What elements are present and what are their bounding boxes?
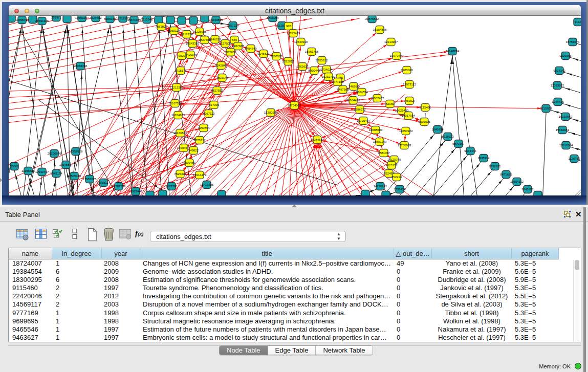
svg-text:20206576: 20206576: [48, 152, 61, 155]
svg-text:2718176: 2718176: [175, 69, 187, 72]
svg-text:35001: 35001: [10, 165, 19, 168]
svg-text:27691406: 27691406: [35, 19, 49, 23]
svg-text:6966160: 6966160: [104, 17, 116, 20]
svg-text:9146821: 9146821: [257, 52, 270, 55]
svg-text:10958117: 10958117: [97, 181, 111, 184]
svg-text:906: 906: [286, 25, 292, 28]
svg-text:3215958: 3215958: [540, 107, 552, 110]
svg-text:17016504: 17016504: [559, 144, 573, 147]
svg-text:18724007: 18724007: [288, 104, 301, 107]
svg-text:10543382: 10543382: [186, 42, 200, 45]
svg-text:1112: 1112: [575, 20, 581, 24]
svg-text:7515546: 7515546: [141, 18, 153, 21]
svg-text:9463627: 9463627: [403, 99, 416, 102]
svg-text:549822: 549822: [188, 149, 199, 152]
svg-text:16033809: 16033809: [209, 18, 223, 21]
svg-text:10973493: 10973493: [390, 54, 404, 57]
svg-text:9777169: 9777169: [332, 80, 344, 83]
svg-text:9115460: 9115460: [420, 106, 432, 109]
svg-text:1733426: 1733426: [394, 188, 406, 191]
svg-text:9245652: 9245652: [521, 188, 534, 191]
svg-text:9127508: 9127508: [219, 42, 231, 45]
svg-text:9227342: 9227342: [553, 69, 565, 72]
svg-text:17756928: 17756928: [398, 144, 411, 147]
svg-text:1126753: 1126753: [569, 157, 581, 160]
svg-text:16154808: 16154808: [373, 28, 387, 31]
svg-text:917006: 917006: [209, 103, 220, 106]
svg-text:28053346: 28053346: [74, 64, 88, 68]
svg-text:1640954: 1640954: [431, 128, 444, 131]
svg-text:9827552: 9827552: [211, 89, 223, 92]
svg-text:16782759: 16782759: [112, 185, 126, 188]
svg-text:8912954: 8912954: [181, 33, 193, 36]
svg-text:8990448: 8990448: [308, 69, 320, 72]
svg-text:9474444: 9474444: [464, 149, 476, 152]
svg-text:7955812: 7955812: [316, 59, 328, 62]
svg-text:252214: 252214: [391, 176, 402, 179]
svg-text:5322013: 5322013: [282, 60, 294, 63]
svg-text:13325419: 13325419: [287, 32, 300, 35]
svg-text:16914479: 16914479: [193, 173, 207, 177]
svg-text:62160: 62160: [386, 102, 395, 105]
svg-text:10653267: 10653267: [75, 16, 89, 19]
svg-text:15716485: 15716485: [200, 183, 214, 186]
svg-text:14957984: 14957984: [402, 114, 416, 117]
svg-text:15300203: 15300203: [264, 111, 278, 114]
svg-text:13226058: 13226058: [193, 30, 207, 33]
svg-text:9884067: 9884067: [378, 151, 390, 155]
svg-text:546: 546: [232, 38, 237, 41]
svg-text:16210722: 16210722: [322, 75, 336, 78]
svg-text:8471626: 8471626: [500, 173, 512, 176]
svg-text:7986372: 7986372: [354, 108, 366, 111]
svg-text:9920: 9920: [178, 54, 185, 57]
svg-text:16210643: 16210643: [559, 115, 573, 118]
svg-text:12973115: 12973115: [403, 83, 417, 86]
svg-text:1615172: 1615172: [385, 164, 398, 167]
svg-text:12213369: 12213369: [170, 86, 184, 89]
svg-text:19384554: 19384554: [311, 138, 324, 141]
svg-text:9657791: 9657791: [165, 185, 178, 188]
svg-text:16671385: 16671385: [127, 18, 141, 21]
svg-text:20364436: 20364436: [346, 99, 360, 102]
svg-text:2935114: 2935114: [478, 157, 490, 160]
svg-text:17957225: 17957225: [83, 178, 97, 181]
svg-text:8960124: 8960124: [168, 29, 180, 32]
svg-text:12942737: 12942737: [35, 170, 49, 173]
svg-text:17359928: 17359928: [69, 150, 83, 153]
svg-text:9329966: 9329966: [559, 54, 572, 57]
svg-text:1527602: 1527602: [90, 16, 102, 19]
svg-text:8454749: 8454749: [245, 47, 257, 50]
svg-text:12213967: 12213967: [384, 40, 398, 43]
svg-text:12923448: 12923448: [129, 190, 143, 193]
svg-text:16648784: 16648784: [446, 50, 460, 53]
svg-text:7663822: 7663822: [155, 25, 167, 28]
svg-text:5875685: 5875685: [224, 51, 236, 54]
svg-text:1345134: 1345134: [50, 172, 62, 175]
svg-text:2367608: 2367608: [232, 45, 244, 48]
svg-text:1353594: 1353594: [198, 126, 210, 129]
svg-text:7632621: 7632621: [489, 165, 501, 168]
svg-text:3878312: 3878312: [193, 139, 206, 142]
svg-text:8813054: 8813054: [267, 16, 279, 19]
svg-text:1244415: 1244415: [552, 100, 564, 103]
svg-text:9734024: 9734024: [320, 68, 333, 71]
svg-text:8938923: 8938923: [442, 135, 454, 138]
svg-text:15692951: 15692951: [556, 128, 570, 132]
svg-text:14055714: 14055714: [15, 18, 29, 21]
svg-text:10654112: 10654112: [510, 180, 524, 183]
svg-text:7857224: 7857224: [227, 24, 239, 27]
svg-text:12093832: 12093832: [551, 84, 564, 87]
svg-text:11156829: 11156829: [21, 169, 35, 172]
svg-text:20876812: 20876812: [365, 17, 379, 20]
svg-text:16961758: 16961758: [305, 50, 319, 53]
svg-text:19166822: 19166822: [173, 132, 187, 135]
svg-text:1362615: 1362615: [296, 65, 309, 68]
svg-text:9699695: 9699695: [418, 120, 430, 123]
svg-text:15720407: 15720407: [357, 119, 371, 122]
svg-text:10688609: 10688609: [369, 128, 383, 132]
svg-text:9242848: 9242848: [215, 64, 227, 67]
svg-text:746266: 746266: [349, 85, 359, 88]
svg-text:14136141: 14136141: [374, 185, 387, 188]
svg-text:19654923: 19654923: [399, 129, 413, 133]
svg-text:15751074: 15751074: [566, 40, 580, 43]
